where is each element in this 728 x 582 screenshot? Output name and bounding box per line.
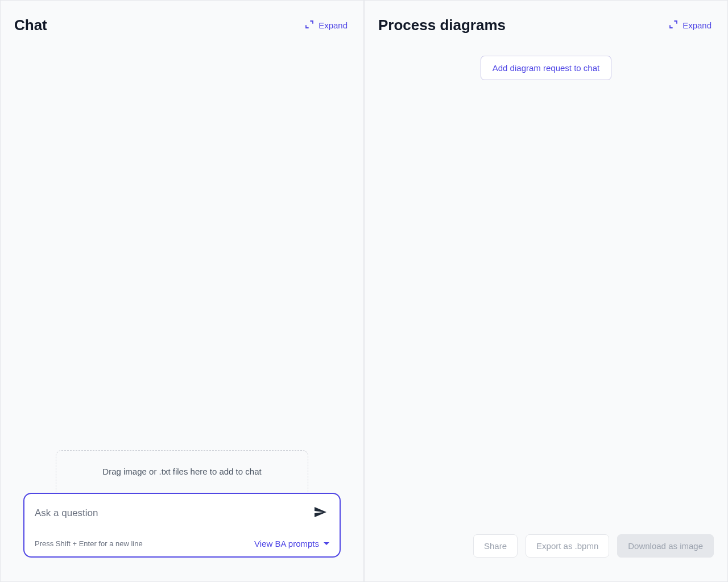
diagrams-title: Process diagrams — [378, 16, 506, 34]
send-icon — [313, 505, 327, 521]
chat-input[interactable] — [35, 506, 304, 521]
expand-diagrams-label: Expand — [682, 20, 712, 30]
chat-title: Chat — [14, 16, 47, 34]
export-bpmn-button[interactable]: Export as .bpmn — [526, 534, 609, 558]
expand-icon — [669, 20, 678, 31]
chat-header: Chat Expand — [1, 1, 363, 39]
view-prompts-dropdown[interactable]: View BA prompts — [254, 539, 329, 548]
download-image-button[interactable]: Download as image — [617, 534, 714, 558]
chat-body: Drag image or .txt files here to add to … — [1, 39, 363, 581]
drop-zone-text: Drag image or .txt files here to add to … — [102, 467, 261, 476]
expand-chat-label: Expand — [318, 20, 348, 30]
expand-icon — [305, 20, 314, 31]
file-drop-zone[interactable]: Drag image or .txt files here to add to … — [56, 450, 308, 492]
input-hint: Press Shift + Enter for a new line — [35, 539, 143, 548]
chevron-down-icon — [324, 542, 329, 545]
diagrams-body: Add diagram request to chat Share Export… — [365, 39, 727, 581]
send-button[interactable] — [311, 503, 329, 523]
share-button[interactable]: Share — [473, 534, 518, 558]
action-bar: Share Export as .bpmn Download as image — [473, 534, 714, 558]
diagrams-header: Process diagrams Expand — [365, 1, 727, 39]
expand-chat-button[interactable]: Expand — [303, 18, 350, 33]
chat-panel: Chat Expand Drag image or .txt files her… — [0, 0, 364, 582]
diagrams-panel: Process diagrams Expand Add diagram requ… — [364, 0, 728, 582]
add-diagram-button[interactable]: Add diagram request to chat — [481, 56, 611, 80]
chat-input-container: Press Shift + Enter for a new line View … — [23, 493, 341, 558]
prompts-label: View BA prompts — [254, 539, 319, 548]
expand-diagrams-button[interactable]: Expand — [667, 18, 714, 33]
